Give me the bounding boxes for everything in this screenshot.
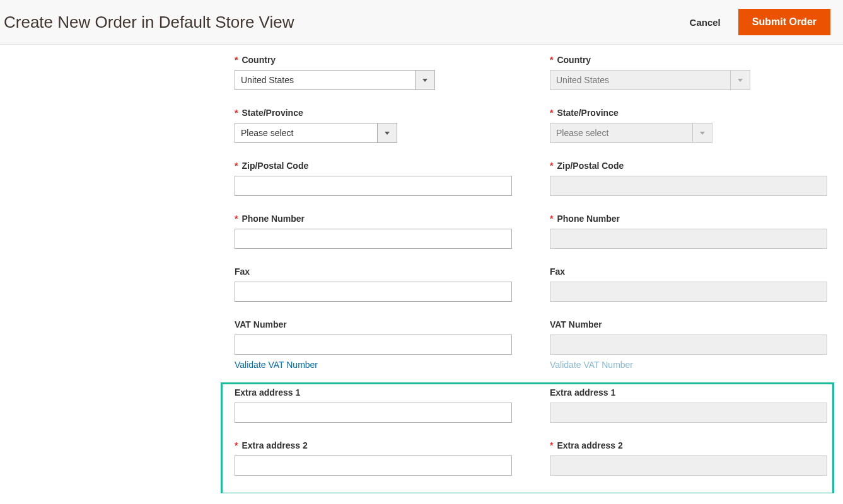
billing-country-select[interactable]: United States xyxy=(235,70,435,90)
billing-phone-field: Phone Number xyxy=(235,214,512,249)
billing-phone-label: Phone Number xyxy=(235,214,512,224)
shipping-phone-label: Phone Number xyxy=(550,214,827,224)
billing-state-select[interactable]: Please select xyxy=(235,123,397,143)
shipping-state-field: State/Province Please select xyxy=(550,108,827,143)
shipping-fax-input xyxy=(550,282,827,302)
shipping-extra2-field: Extra address 2 xyxy=(550,440,827,476)
shipping-address-column: Country United States State/Province Ple… xyxy=(550,55,827,493)
chevron-down-icon xyxy=(692,123,712,143)
billing-address-column: Country United States State/Province Ple… xyxy=(235,55,512,493)
billing-state-label: State/Province xyxy=(235,108,512,118)
shipping-zip-field: Zip/Postal Code xyxy=(550,161,827,196)
shipping-state-label: State/Province xyxy=(550,108,827,118)
billing-state-value: Please select xyxy=(235,123,377,143)
billing-extra1-field: Extra address 1 xyxy=(235,387,512,423)
shipping-validate-vat-link: Validate VAT Number xyxy=(550,360,633,370)
billing-phone-input[interactable] xyxy=(235,229,512,249)
billing-extra2-input[interactable] xyxy=(235,455,512,476)
shipping-extra1-input xyxy=(550,403,827,423)
billing-country-value: United States xyxy=(235,70,415,90)
billing-country-field: Country United States xyxy=(235,55,512,90)
billing-country-label: Country xyxy=(235,55,512,65)
shipping-state-select: Please select xyxy=(550,123,712,143)
billing-vat-input[interactable] xyxy=(235,335,512,355)
shipping-country-value: United States xyxy=(550,70,730,90)
billing-zip-label: Zip/Postal Code xyxy=(235,161,512,171)
billing-state-field: State/Province Please select xyxy=(235,108,512,143)
chevron-down-icon xyxy=(377,123,397,143)
billing-fax-label: Fax xyxy=(235,266,512,277)
billing-vat-field: VAT Number Validate VAT Number xyxy=(235,319,512,370)
shipping-vat-field: VAT Number Validate VAT Number xyxy=(550,319,827,370)
shipping-zip-label: Zip/Postal Code xyxy=(550,161,827,171)
shipping-country-field: Country United States xyxy=(550,55,827,90)
billing-extra1-input[interactable] xyxy=(235,403,512,423)
header-actions: Cancel Submit Order xyxy=(690,9,830,35)
cancel-button[interactable]: Cancel xyxy=(690,17,721,28)
billing-extra2-field: Extra address 2 xyxy=(235,440,512,476)
shipping-phone-input xyxy=(550,229,827,249)
billing-fax-field: Fax xyxy=(235,266,512,302)
shipping-country-label: Country xyxy=(550,55,827,65)
billing-fax-input[interactable] xyxy=(235,282,512,302)
submit-order-button[interactable]: Submit Order xyxy=(738,9,830,35)
chevron-down-icon xyxy=(730,70,750,90)
shipping-extra2-label: Extra address 2 xyxy=(550,440,827,450)
shipping-fax-label: Fax xyxy=(550,266,827,277)
form-content: Country United States State/Province Ple… xyxy=(0,45,843,493)
shipping-state-value: Please select xyxy=(550,123,692,143)
billing-extra1-label: Extra address 1 xyxy=(235,387,512,398)
shipping-extra2-input xyxy=(550,455,827,476)
billing-zip-field: Zip/Postal Code xyxy=(235,161,512,196)
shipping-zip-input xyxy=(550,176,827,196)
shipping-fax-field: Fax xyxy=(550,266,827,302)
billing-vat-label: VAT Number xyxy=(235,319,512,329)
shipping-country-select: United States xyxy=(550,70,750,90)
shipping-phone-field: Phone Number xyxy=(550,214,827,249)
billing-extra2-label: Extra address 2 xyxy=(235,440,512,450)
page-header: Create New Order in Default Store View C… xyxy=(0,0,843,45)
shipping-vat-input xyxy=(550,335,827,355)
shipping-extra1-label: Extra address 1 xyxy=(550,387,827,398)
billing-zip-input[interactable] xyxy=(235,176,512,196)
page-title: Create New Order in Default Store View xyxy=(4,13,294,32)
chevron-down-icon xyxy=(415,70,435,90)
shipping-vat-label: VAT Number xyxy=(550,319,827,329)
billing-validate-vat-link[interactable]: Validate VAT Number xyxy=(235,360,318,370)
shipping-extra1-field: Extra address 1 xyxy=(550,387,827,423)
